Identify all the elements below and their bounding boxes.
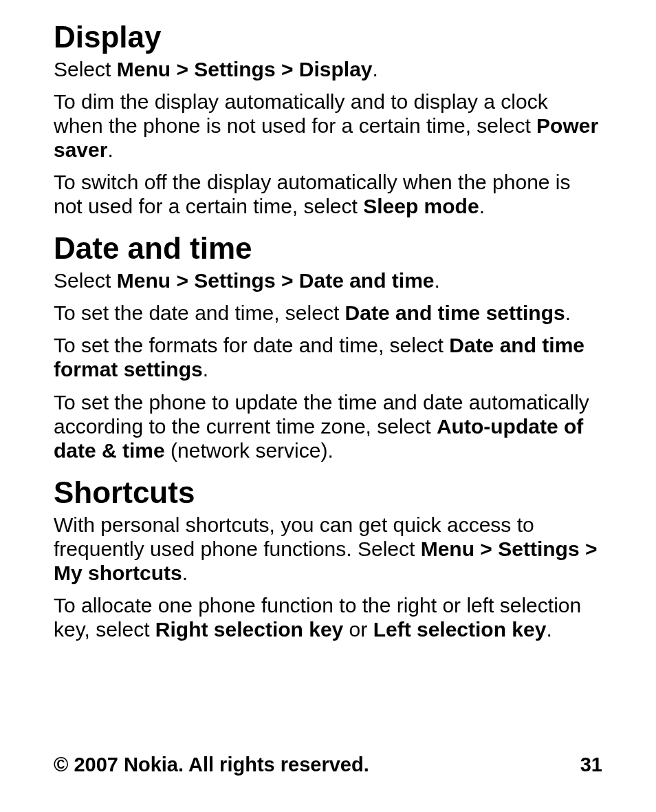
paragraph-datetime-autoupdate: To set the phone to update the time and … (54, 390, 602, 462)
text: To set the date and time, select (54, 301, 345, 324)
page-number: 31 (580, 754, 602, 776)
bold-settings: Settings (194, 58, 275, 81)
bold-right-selection-key: Right selection key (155, 618, 343, 641)
paragraph-datetime-format: To set the formats for date and time, se… (54, 333, 602, 381)
text: . (546, 618, 551, 641)
text: Select (54, 269, 117, 292)
bold-settings: Settings (498, 537, 579, 560)
bold-date-and-time-settings: Date and time settings (345, 301, 565, 324)
bold-sep: > (276, 58, 299, 81)
text: To set the formats for date and time, se… (54, 334, 449, 356)
bold-sep: > (171, 269, 194, 292)
document-page: Display Select Menu > Settings > Display… (0, 0, 656, 812)
paragraph-datetime-nav: Select Menu > Settings > Date and time. (54, 268, 602, 292)
text: . (479, 195, 485, 217)
text: . (373, 58, 378, 81)
text: To switch off the display automatically … (54, 171, 571, 217)
bold-menu: Menu (117, 269, 171, 292)
bold-menu: Menu (421, 537, 474, 560)
bold-sep: > (171, 58, 194, 81)
text: Select (54, 58, 117, 81)
bold-display: Display (299, 58, 373, 81)
text: . (182, 562, 188, 584)
bold-sep: > (474, 537, 498, 560)
bold-sep: > (580, 537, 598, 560)
paragraph-display-powersaver: To dim the display automatically and to … (54, 89, 602, 162)
footer: © 2007 Nokia. All rights reserved. 31 (54, 754, 602, 776)
bold-sleep-mode: Sleep mode (363, 195, 479, 217)
heading-display: Display (54, 19, 602, 56)
text: To dim the display automatically and to … (54, 90, 548, 137)
paragraph-display-nav: Select Menu > Settings > Display. (54, 57, 602, 81)
paragraph-datetime-settings: To set the date and time, select Date an… (54, 301, 602, 325)
heading-date-and-time: Date and time (54, 231, 602, 267)
bold-settings: Settings (194, 269, 275, 292)
paragraph-shortcuts-selectionkey: To allocate one phone function to the ri… (54, 593, 602, 641)
bold-left-selection-key: Left selection key (373, 618, 547, 641)
paragraph-shortcuts-intro: With personal shortcuts, you can get qui… (54, 513, 602, 585)
text: . (435, 269, 440, 292)
bold-sep: > (276, 269, 299, 292)
bold-menu: Menu (117, 58, 171, 81)
text: (network service). (165, 439, 334, 462)
text: . (565, 301, 571, 324)
text: or (343, 618, 373, 641)
copyright-text: © 2007 Nokia. All rights reserved. (54, 754, 369, 776)
heading-shortcuts: Shortcuts (54, 475, 602, 511)
text: . (203, 358, 208, 381)
text: . (107, 138, 113, 161)
bold-my-shortcuts: My shortcuts (54, 562, 182, 584)
bold-date-and-time: Date and time (299, 269, 435, 292)
paragraph-display-sleepmode: To switch off the display automatically … (54, 170, 602, 218)
